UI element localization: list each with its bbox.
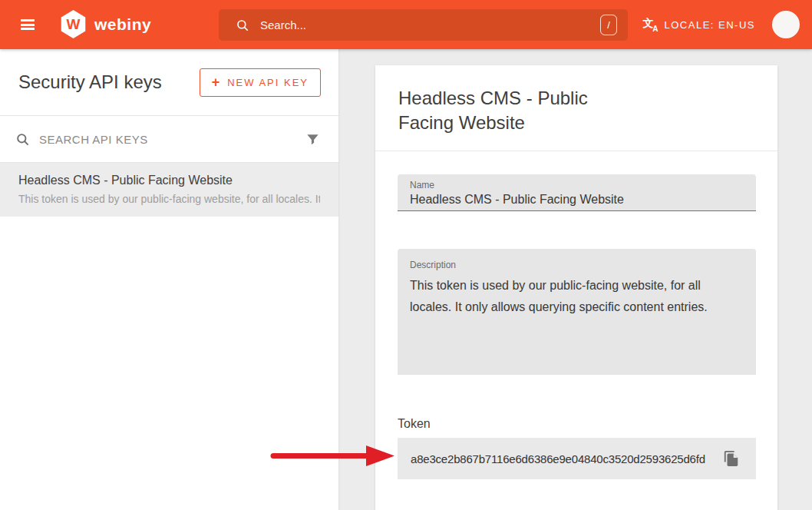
detail-title-block: Headless CMS - Public Facing Website: [375, 65, 777, 151]
global-search[interactable]: /: [219, 9, 628, 41]
api-key-form: Name Description This token is used by o…: [375, 151, 777, 479]
description-field-label: Description: [410, 260, 744, 270]
new-api-key-button-label: NEW API KEY: [227, 77, 309, 88]
copy-token-button[interactable]: [723, 450, 740, 467]
description-input[interactable]: This token is used by our public-facing …: [410, 275, 744, 367]
token-field: a8e3ce2b867b7116e6d6386e9e04840c3520d259…: [398, 438, 756, 479]
list-item-description: This token is used by our public-facing …: [18, 193, 320, 205]
list-item-api-key[interactable]: Headless CMS - Public Facing Website Thi…: [0, 163, 338, 217]
api-keys-search-input[interactable]: [39, 133, 305, 146]
top-app-bar: W webiny / 文 A LOCALE: EN-US: [0, 0, 812, 49]
locale-label: LOCALE: EN-US: [665, 19, 755, 31]
main-content: Security API keys + NEW API KEY Headless…: [0, 49, 812, 510]
description-field: Description This token is used by our pu…: [398, 249, 756, 375]
logo-text: webiny: [94, 15, 151, 34]
user-avatar[interactable]: [772, 11, 800, 38]
topbar-right-group: 文 A LOCALE: EN-US: [643, 0, 800, 49]
token-value: a8e3ce2b867b7116e6d6386e9e04840c3520d259…: [411, 452, 705, 465]
token-label: Token: [398, 417, 756, 431]
api-keys-search-bar: [0, 116, 338, 163]
plus-icon: +: [212, 75, 220, 91]
detail-title: Headless CMS - Public Facing Website: [398, 86, 594, 135]
name-field-label: Name: [410, 180, 744, 190]
search-icon: [15, 132, 30, 147]
search-icon: [236, 18, 249, 32]
name-input[interactable]: [410, 193, 744, 207]
page-title: Security API keys: [18, 71, 162, 93]
translate-icon: 文 A: [643, 18, 659, 31]
filter-icon[interactable]: [305, 132, 320, 147]
locale-selector[interactable]: 文 A LOCALE: EN-US: [643, 18, 755, 31]
slash-shortcut-badge: /: [600, 15, 617, 35]
new-api-key-button[interactable]: + NEW API KEY: [200, 68, 321, 97]
name-field: Name: [398, 174, 756, 211]
list-item-title: Headless CMS - Public Facing Website: [18, 174, 320, 187]
api-keys-panel: Security API keys + NEW API KEY Headless…: [0, 49, 338, 510]
menu-icon[interactable]: [21, 19, 35, 30]
copy-icon: [723, 450, 740, 467]
detail-area: Headless CMS - Public Facing Website Nam…: [338, 49, 812, 510]
global-search-input[interactable]: [260, 18, 600, 31]
panel-header: Security API keys + NEW API KEY: [0, 49, 338, 116]
webiny-logo[interactable]: W webiny: [60, 10, 151, 38]
logo-hexagon-icon: W: [60, 10, 87, 38]
api-key-detail-card: Headless CMS - Public Facing Website Nam…: [375, 65, 777, 510]
